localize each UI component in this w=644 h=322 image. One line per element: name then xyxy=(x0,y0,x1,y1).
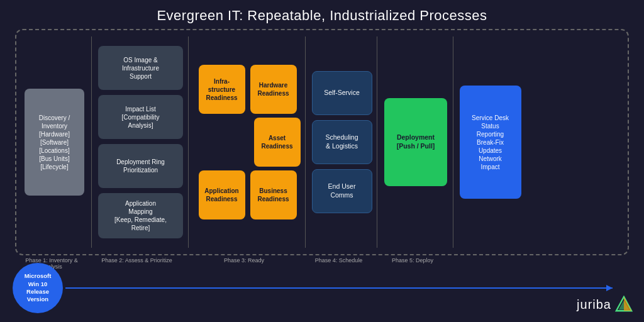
phase-4: Self-Service Scheduling & Logistics End … xyxy=(305,36,373,248)
phase-2-boxes: OS Image & Infrastructure Support Impact… xyxy=(98,36,183,248)
phase-2: OS Image & Infrastructure Support Impact… xyxy=(91,36,184,248)
business-readiness-box: Business Readiness xyxy=(250,170,297,219)
application-readiness-box: Application Readiness xyxy=(199,170,245,219)
end-user-comms-box: End User Comms xyxy=(312,169,372,213)
juriba-text: juriba xyxy=(577,297,611,312)
phase-1: Discovery / Inventory [Hardware] [Softwa… xyxy=(21,36,87,248)
arrow-head xyxy=(606,285,613,291)
phase-5: Deployment [Push / Pull] xyxy=(377,36,449,248)
asset-readiness-box: Asset Readiness xyxy=(254,118,301,167)
ms-circle: Microsoft Win 10 Release Version xyxy=(13,263,63,313)
juriba-logo: juriba xyxy=(577,296,633,313)
application-mapping-box: Application Mapping [Keep, Remediate, Re… xyxy=(98,193,183,238)
juriba-icon xyxy=(615,296,633,313)
arrow-line xyxy=(65,287,613,289)
impact-list-box: Impact List [Compatibility Analysis] xyxy=(98,95,183,139)
os-image-box: OS Image & Infrastructure Support xyxy=(98,46,183,90)
scheduling-logistics-box: Scheduling & Logistics xyxy=(312,120,372,164)
phase-3: Infra- structure Readiness Hardware Read… xyxy=(188,36,301,248)
deployment-ring-box: Deployment Ring Prioritization xyxy=(98,144,183,188)
self-service-box: Self-Service xyxy=(312,71,372,115)
infrastructure-readiness-box: Infra- structure Readiness xyxy=(199,65,245,114)
phase-4-boxes: Self-Service Scheduling & Logistics End … xyxy=(312,36,372,248)
hardware-readiness-box: Hardware Readiness xyxy=(250,65,297,114)
deployment-box: Deployment [Push / Pull] xyxy=(384,98,447,186)
phase-6: Service Desk Status Reporting Break-Fix … xyxy=(453,36,522,248)
page-title: Evergreen IT: Repeatable, Industrialized… xyxy=(0,0,644,29)
diagram-container: Discovery / Inventory [Hardware] [Softwa… xyxy=(15,29,629,255)
service-desk-box: Service Desk Status Reporting Break-Fix … xyxy=(460,86,521,199)
discovery-box: Discovery / Inventory [Hardware] [Softwa… xyxy=(25,89,84,196)
